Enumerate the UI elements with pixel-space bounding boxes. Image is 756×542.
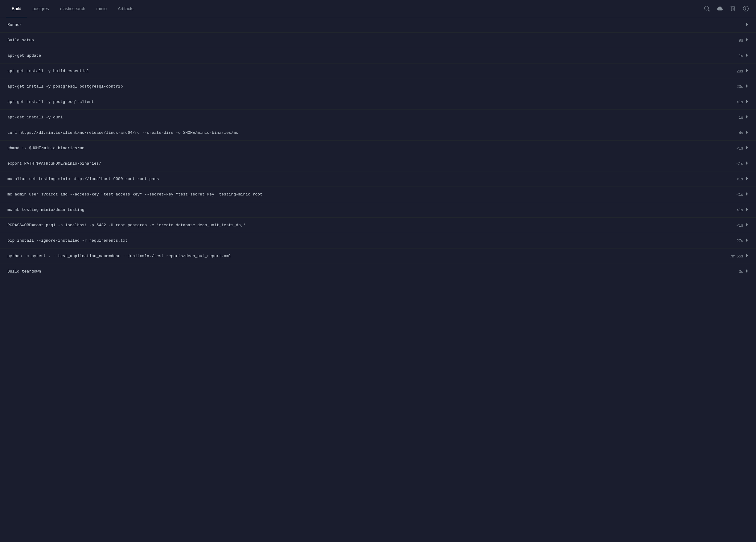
info-button[interactable] [742, 5, 750, 13]
chevron-right-icon [746, 269, 749, 274]
build-step-duration: 9s [739, 38, 743, 43]
build-step-label: Build setup [7, 38, 34, 43]
tab-minio[interactable]: minio [91, 0, 112, 17]
chevron-right-icon [746, 161, 749, 166]
build-item-pgpassword-psql[interactable]: PGPASSWORD=root psql -h localhost -p 543… [0, 218, 756, 233]
build-item-curl-minio[interactable]: curl https://dl.min.io/client/mc/release… [0, 125, 756, 141]
download-button[interactable] [716, 5, 724, 13]
build-step-label: apt-get install -y postgresql-client [7, 100, 94, 104]
delete-button[interactable] [729, 5, 737, 13]
build-item-mc-mb[interactable]: mc mb testing-minio/dean-testing<1s [0, 202, 756, 218]
chevron-right-icon [746, 22, 749, 27]
build-step-label: python -m pytest . --test_application_na… [7, 254, 231, 258]
build-step-label: Build teardown [7, 269, 41, 274]
build-item-build-teardown[interactable]: Build teardown3s [0, 264, 756, 279]
download-icon [717, 6, 723, 11]
chevron-right-icon [746, 84, 749, 89]
info-icon [743, 6, 749, 11]
chevron-right-icon [746, 53, 749, 58]
build-step-duration: 27s [737, 238, 743, 243]
tab-bar: BuildpostgreselasticsearchminioArtifacts [0, 0, 756, 17]
toolbar [703, 5, 750, 13]
chevron-right-icon [746, 68, 749, 74]
build-step-label: mc alias set testing-minio http://localh… [7, 177, 159, 181]
build-step-duration: <1s [737, 146, 743, 150]
build-step-label: mc admin user svcacct add --access-key "… [7, 192, 262, 197]
tab-postgres[interactable]: postgres [27, 0, 55, 17]
build-step-label: apt-get install -y curl [7, 115, 63, 120]
trash-icon [730, 6, 736, 11]
build-step-duration: 28s [737, 69, 743, 73]
build-steps-list: RunnerBuild setup9sapt-get update1sapt-g… [0, 17, 756, 279]
build-step-duration: <1s [737, 207, 743, 212]
build-step-duration: 7m 55s [730, 254, 743, 258]
build-item-mc-alias[interactable]: mc alias set testing-minio http://localh… [0, 171, 756, 187]
build-item-pip-install[interactable]: pip install --ignore-installed -r requir… [0, 233, 756, 248]
build-step-label: apt-get update [7, 53, 41, 58]
build-step-label: PGPASSWORD=root psql -h localhost -p 543… [7, 223, 245, 228]
build-item-apt-get-install-postgresql[interactable]: apt-get install -y postgresql postgresql… [0, 79, 756, 94]
search-button[interactable] [703, 5, 711, 13]
chevron-right-icon [746, 223, 749, 228]
chevron-right-icon [746, 238, 749, 243]
tab-elasticsearch[interactable]: elasticsearch [55, 0, 91, 17]
build-item-mc-admin-user[interactable]: mc admin user svcacct add --access-key "… [0, 187, 756, 202]
build-step-label: apt-get install -y build-essential [7, 69, 89, 73]
build-step-duration: <1s [737, 223, 743, 228]
build-step-label: apt-get install -y postgresql postgresql… [7, 84, 123, 89]
build-step-duration: 4s [739, 130, 743, 135]
chevron-right-icon [746, 146, 749, 151]
build-step-duration: 3s [739, 269, 743, 274]
chevron-right-icon [746, 192, 749, 197]
build-item-build-setup[interactable]: Build setup9s [0, 33, 756, 48]
build-step-label: curl https://dl.min.io/client/mc/release… [7, 130, 238, 135]
chevron-right-icon [746, 253, 749, 259]
chevron-right-icon [746, 207, 749, 212]
tab-nav: BuildpostgreselasticsearchminioArtifacts [6, 0, 139, 17]
build-step-label: chmod +x $HOME/minio-binaries/mc [7, 146, 84, 150]
build-item-apt-get-install-curl[interactable]: apt-get install -y curl1s [0, 110, 756, 125]
build-item-export-path[interactable]: export PATH=$PATH:$HOME/minio-binaries/<… [0, 156, 756, 171]
build-step-duration: <1s [737, 177, 743, 181]
build-step-label: mc mb testing-minio/dean-testing [7, 207, 84, 212]
build-item-python-pytest[interactable]: python -m pytest . --test_application_na… [0, 248, 756, 264]
build-step-duration: 1s [739, 115, 743, 120]
build-step-duration: <1s [737, 161, 743, 166]
build-item-apt-get-install-postgresql-client[interactable]: apt-get install -y postgresql-client<1s [0, 94, 756, 110]
tab-build[interactable]: Build [6, 0, 27, 17]
search-icon [704, 6, 710, 11]
build-step-duration: <1s [737, 100, 743, 104]
build-step-label: export PATH=$PATH:$HOME/minio-binaries/ [7, 161, 101, 166]
tab-artifacts[interactable]: Artifacts [112, 0, 139, 17]
build-step-duration: <1s [737, 192, 743, 197]
build-item-runner[interactable]: Runner [0, 17, 756, 33]
build-step-label: pip install --ignore-installed -r requir… [7, 238, 128, 243]
build-item-apt-get-update[interactable]: apt-get update1s [0, 48, 756, 64]
chevron-right-icon [746, 115, 749, 120]
build-step-duration: 1s [739, 53, 743, 58]
build-step-duration: 23s [737, 84, 743, 89]
build-item-chmod-minio[interactable]: chmod +x $HOME/minio-binaries/mc<1s [0, 141, 756, 156]
build-step-label: Runner [7, 23, 22, 27]
build-item-apt-get-install-build-essential[interactable]: apt-get install -y build-essential28s [0, 64, 756, 79]
chevron-right-icon [746, 176, 749, 182]
chevron-right-icon [746, 130, 749, 135]
chevron-right-icon [746, 99, 749, 105]
chevron-right-icon [746, 38, 749, 43]
